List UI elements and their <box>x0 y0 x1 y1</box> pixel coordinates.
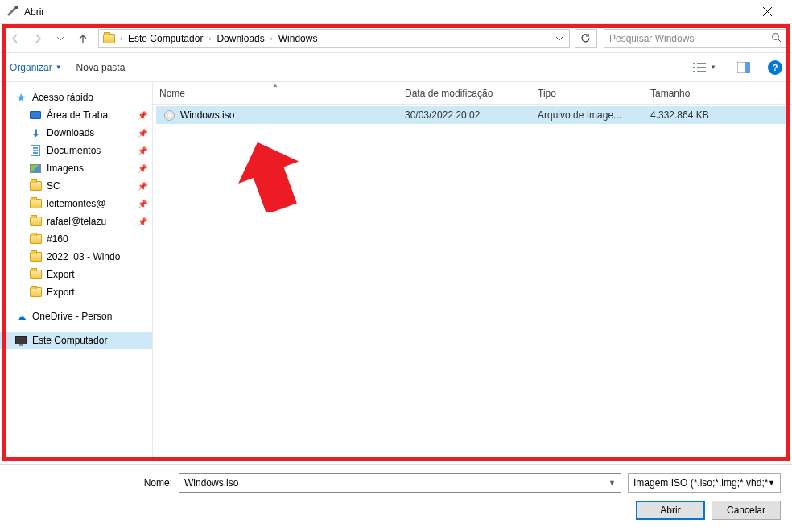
open-button[interactable]: Abrir <box>636 501 705 520</box>
search-input[interactable]: Pesquisar Windows <box>604 29 787 48</box>
pin-icon: 📌 <box>138 200 147 208</box>
sidebar-item-documents[interactable]: Documentos📌 <box>0 142 152 159</box>
refresh-button[interactable] <box>575 29 597 48</box>
chevron-right-icon: › <box>3 312 6 320</box>
view-mode-button[interactable]: ▼ <box>690 60 720 75</box>
download-icon: ⬇ <box>29 126 42 139</box>
svg-rect-0 <box>15 6 18 9</box>
chevron-down-icon: ▼ <box>710 64 716 71</box>
folder-icon <box>29 179 42 192</box>
file-pane: Nome▲ Data de modificação Tipo Tamanho W… <box>153 82 792 460</box>
sidebar-item-images[interactable]: Imagens📌 <box>0 159 152 177</box>
chevron-down-icon[interactable]: ▼ <box>768 479 775 487</box>
svg-rect-9 <box>745 62 750 73</box>
folder-icon <box>29 286 42 299</box>
nav-recent-button[interactable] <box>50 28 71 49</box>
sidebar-item-folder[interactable]: SC📌 <box>0 177 152 195</box>
sidebar-item-folder[interactable]: 2022_03 - Windo <box>0 248 152 266</box>
file-size: 4.332.864 KB <box>644 109 757 121</box>
window-title: Abrir <box>24 6 749 18</box>
chevron-right-icon: › <box>207 35 212 43</box>
star-icon: ★ <box>14 91 27 104</box>
search-placeholder: Pesquisar Windows <box>609 33 694 44</box>
chevron-right-icon: › <box>3 336 6 344</box>
image-icon <box>29 162 42 175</box>
titlebar: Abrir <box>0 0 792 24</box>
file-type: Arquivo de Image... <box>531 109 644 121</box>
nav-forward-button[interactable] <box>27 28 48 49</box>
folder-icon <box>29 197 42 210</box>
folder-icon <box>101 31 117 47</box>
pin-icon: 📌 <box>138 164 147 173</box>
chevron-down-icon: ▼ <box>56 64 62 71</box>
svg-rect-3 <box>693 67 695 68</box>
svg-rect-5 <box>697 63 706 64</box>
folder-icon <box>29 250 42 263</box>
sidebar-onedrive[interactable]: ›☁OneDrive - Person <box>0 307 152 325</box>
main-area: ★ Acesso rápido Área de Traba📌 ⬇Download… <box>0 82 792 460</box>
sidebar: ★ Acesso rápido Área de Traba📌 ⬇Download… <box>0 82 153 460</box>
organize-button[interactable]: Organizar ▼ <box>10 62 62 73</box>
sidebar-item-folder[interactable]: rafael@telazu📌 <box>0 212 152 230</box>
folder-icon <box>29 268 42 281</box>
svg-rect-2 <box>693 63 695 64</box>
pin-icon: 📌 <box>138 146 147 155</box>
desktop-icon <box>29 109 42 122</box>
sidebar-item-downloads[interactable]: ⬇Downloads📌 <box>0 124 152 142</box>
filename-label: Nome: <box>11 477 172 489</box>
sidebar-this-pc[interactable]: ›Este Computador <box>0 332 152 349</box>
document-icon <box>29 144 42 157</box>
disc-icon <box>163 109 175 122</box>
nav-up-button[interactable] <box>72 28 93 49</box>
sidebar-item-desktop[interactable]: Área de Traba📌 <box>0 106 152 124</box>
column-header-name[interactable]: Nome▲ <box>153 82 398 104</box>
pin-icon: 📌 <box>138 129 147 138</box>
column-header-size[interactable]: Tamanho <box>644 82 757 104</box>
file-row[interactable]: Windows.iso 30/03/2022 20:02 Arquivo de … <box>156 106 789 124</box>
svg-rect-7 <box>697 71 706 72</box>
new-folder-button[interactable]: Nova pasta <box>76 62 126 73</box>
file-date: 30/03/2022 20:02 <box>398 109 531 121</box>
chevron-right-icon: › <box>118 35 124 43</box>
breadcrumb-item[interactable]: Este Computador <box>124 30 207 47</box>
search-icon <box>771 32 782 45</box>
chevron-right-icon: › <box>269 35 274 43</box>
folder-icon <box>29 215 42 228</box>
help-button[interactable]: ? <box>768 60 782 75</box>
pin-icon: 📌 <box>138 217 147 226</box>
svg-rect-4 <box>693 71 695 72</box>
nav-back-button[interactable] <box>5 28 26 49</box>
folder-icon <box>29 233 42 245</box>
column-headers: Nome▲ Data de modificação Tipo Tamanho <box>153 82 792 105</box>
breadcrumb-item[interactable]: Downloads <box>212 30 268 47</box>
address-dropdown[interactable] <box>551 33 567 44</box>
dialog-footer: Nome: Windows.iso ▼ Imagem ISO (*.iso;*.… <box>0 464 792 532</box>
close-button[interactable] <box>749 0 786 24</box>
address-bar[interactable]: › Este Computador › Downloads › Windows <box>98 29 570 48</box>
preview-pane-button[interactable] <box>734 60 753 75</box>
breadcrumb-item[interactable]: Windows <box>274 30 322 47</box>
app-icon <box>6 6 19 19</box>
column-header-type[interactable]: Tipo <box>531 82 644 104</box>
sidebar-item-folder[interactable]: Export <box>0 266 152 283</box>
nav-row: › Este Computador › Downloads › Windows … <box>0 24 792 53</box>
sidebar-item-folder[interactable]: Export <box>0 283 152 301</box>
file-name: Windows.iso <box>180 109 234 121</box>
filename-input[interactable]: Windows.iso ▼ <box>179 473 621 493</box>
cancel-button[interactable]: Cancelar <box>712 501 781 520</box>
sidebar-item-folder[interactable]: leitemontes@📌 <box>0 195 152 212</box>
svg-rect-6 <box>697 67 706 68</box>
onedrive-icon: ☁ <box>14 310 27 323</box>
pin-icon: 📌 <box>138 182 147 191</box>
pc-icon <box>14 334 27 347</box>
sidebar-quick-access[interactable]: ★ Acesso rápido <box>0 89 152 106</box>
sort-asc-icon: ▲ <box>272 81 278 89</box>
chevron-down-icon[interactable]: ▼ <box>608 479 616 487</box>
file-type-filter[interactable]: Imagem ISO (*.iso;*.img;*.vhd;* ▼ <box>628 473 781 493</box>
sidebar-item-folder[interactable]: #160 <box>0 230 152 248</box>
column-header-date[interactable]: Data de modificação <box>398 82 531 104</box>
pin-icon: 📌 <box>138 111 147 120</box>
toolbar: Organizar ▼ Nova pasta ▼ ? <box>0 53 792 82</box>
svg-point-1 <box>773 33 779 39</box>
